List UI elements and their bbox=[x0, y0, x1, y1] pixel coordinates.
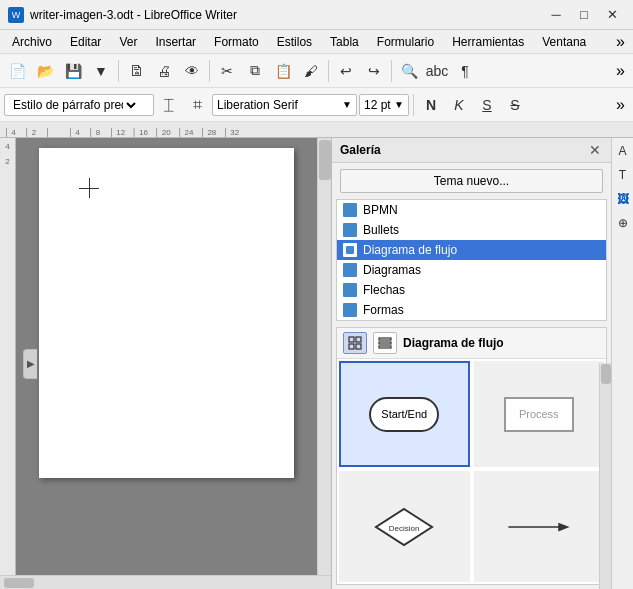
formatting-marks-button[interactable]: ¶ bbox=[452, 58, 478, 84]
menu-editar[interactable]: Editar bbox=[62, 33, 109, 51]
gallery-item-bpmn[interactable]: BPMN bbox=[337, 200, 606, 220]
diagrams-icon bbox=[343, 263, 357, 277]
menu-estilos[interactable]: Estilos bbox=[269, 33, 320, 51]
content-row: 42 ▶ bbox=[0, 138, 633, 589]
gallery-title: Galería bbox=[340, 143, 381, 157]
sidebar-btn-1[interactable]: A bbox=[613, 140, 633, 162]
horizontal-scrollbar[interactable] bbox=[0, 575, 331, 589]
menu-herramientas[interactable]: Herramientas bbox=[444, 33, 532, 51]
gallery-scroll-thumb[interactable] bbox=[601, 364, 608, 384]
italic-button[interactable]: K bbox=[446, 92, 472, 118]
shape-process-item[interactable]: Process bbox=[474, 361, 605, 467]
document-content[interactable] bbox=[16, 138, 317, 575]
underline-button[interactable]: S bbox=[474, 92, 500, 118]
sidebar-btn-3[interactable]: 🖼 bbox=[613, 188, 633, 210]
bold-button[interactable]: N bbox=[418, 92, 444, 118]
gallery-content-title: Diagrama de flujo bbox=[403, 336, 504, 350]
decision-shape: Decision bbox=[374, 507, 434, 547]
scroll-thumb[interactable] bbox=[319, 140, 331, 180]
font-name-input[interactable]: Liberation Serif bbox=[217, 98, 342, 112]
find-button[interactable]: 🔍 bbox=[396, 58, 422, 84]
menu-ver[interactable]: Ver bbox=[111, 33, 145, 51]
h-scroll-thumb[interactable] bbox=[4, 578, 34, 588]
new-theme-button[interactable]: Tema nuevo... bbox=[340, 169, 603, 193]
svg-rect-12 bbox=[379, 346, 391, 348]
bullets-icon bbox=[343, 223, 357, 237]
style-icon-2[interactable]: ⌗ bbox=[184, 92, 210, 118]
gallery-item-flowdiagram[interactable]: Diagrama de flujo bbox=[337, 240, 606, 260]
gallery-item-diagrams[interactable]: Diagramas bbox=[337, 260, 606, 280]
font-size-arrow-icon: ▼ bbox=[394, 99, 404, 110]
gallery-vertical-scrollbar[interactable] bbox=[599, 363, 607, 585]
window-title: writer-imagen-3.odt - LibreOffice Writer bbox=[30, 8, 237, 22]
style-icon-1[interactable]: ⌶ bbox=[156, 92, 182, 118]
shape-startend-item[interactable]: Start/End bbox=[339, 361, 470, 467]
maximize-button[interactable]: □ bbox=[571, 5, 597, 25]
menu-archivo[interactable]: Archivo bbox=[4, 33, 60, 51]
sidebar-btn-2[interactable]: T bbox=[613, 164, 633, 186]
paste-button[interactable]: 📋 bbox=[270, 58, 296, 84]
menu-bar: Archivo Editar Ver Insertar Formato Esti… bbox=[0, 30, 633, 54]
format-painter-button[interactable]: 🖌 bbox=[298, 58, 324, 84]
formatting-expand-icon[interactable]: » bbox=[612, 96, 629, 114]
font-name-dropdown[interactable]: Liberation Serif ▼ bbox=[212, 94, 357, 116]
gallery-panel: Galería ✕ Tema nuevo... BPMN Bullets bbox=[331, 138, 611, 589]
copy-button[interactable]: ⧉ bbox=[242, 58, 268, 84]
window-controls: ─ □ ✕ bbox=[543, 5, 625, 25]
save-button[interactable]: 💾 bbox=[60, 58, 86, 84]
gallery-collapse-button[interactable]: ▶ bbox=[23, 349, 37, 379]
svg-rect-9 bbox=[356, 344, 361, 349]
main-wrapper: │ 4 │ 2 │ │ 4 │ 8 │ 12 │ 16 │ 20 │ 24 │ … bbox=[0, 122, 633, 589]
font-name-arrow-icon: ▼ bbox=[342, 99, 352, 110]
print-preview-button[interactable]: 👁 bbox=[179, 58, 205, 84]
horizontal-ruler: │ 4 │ 2 │ │ 4 │ 8 │ 12 │ 16 │ 20 │ 24 │ … bbox=[0, 122, 633, 138]
open-button[interactable]: 📂 bbox=[32, 58, 58, 84]
print-button[interactable]: 🖨 bbox=[151, 58, 177, 84]
menu-tabla[interactable]: Tabla bbox=[322, 33, 367, 51]
menu-ventana[interactable]: Ventana bbox=[534, 33, 594, 51]
export-pdf-button[interactable]: 🖺 bbox=[123, 58, 149, 84]
right-side-toolbar: A T 🖼 ⊕ bbox=[611, 138, 633, 589]
vertical-scrollbar[interactable] bbox=[317, 138, 331, 575]
gallery-item-arrows[interactable]: Flechas bbox=[337, 280, 606, 300]
list-view-button[interactable] bbox=[373, 332, 397, 354]
arrows-label: Flechas bbox=[363, 283, 405, 297]
shape-arrow-item[interactable] bbox=[474, 471, 605, 582]
svg-rect-5 bbox=[346, 306, 354, 314]
svg-marker-16 bbox=[558, 522, 569, 531]
gallery-item-shapes[interactable]: Formas bbox=[337, 300, 606, 320]
cut-button[interactable]: ✂ bbox=[214, 58, 240, 84]
gallery-item-bullets[interactable]: Bullets bbox=[337, 220, 606, 240]
menu-formulario[interactable]: Formulario bbox=[369, 33, 442, 51]
arrows-icon bbox=[343, 283, 357, 297]
redo-button[interactable]: ↪ bbox=[361, 58, 387, 84]
app-icon: W bbox=[8, 7, 24, 23]
paragraph-style-dropdown[interactable]: Estilo de párrafo predet. bbox=[4, 94, 154, 116]
menu-insertar[interactable]: Insertar bbox=[147, 33, 204, 51]
close-button[interactable]: ✕ bbox=[599, 5, 625, 25]
expand-menu-icon[interactable]: » bbox=[612, 33, 629, 51]
paragraph-style-select[interactable]: Estilo de párrafo predet. bbox=[9, 97, 139, 113]
svg-rect-0 bbox=[346, 206, 354, 214]
menu-formato[interactable]: Formato bbox=[206, 33, 267, 51]
gallery-close-button[interactable]: ✕ bbox=[587, 142, 603, 158]
font-size-dropdown[interactable]: ▼ bbox=[359, 94, 409, 116]
toolbar-expand-icon[interactable]: » bbox=[612, 62, 629, 80]
separator-1 bbox=[118, 60, 119, 82]
strikethrough-button[interactable]: S bbox=[502, 92, 528, 118]
font-size-input[interactable] bbox=[364, 98, 394, 112]
minimize-button[interactable]: ─ bbox=[543, 5, 569, 25]
separator-2 bbox=[209, 60, 210, 82]
shape-decision-item[interactable]: Decision bbox=[339, 471, 470, 582]
sidebar-btn-4[interactable]: ⊕ bbox=[613, 212, 633, 234]
svg-rect-11 bbox=[379, 342, 391, 344]
save-as-button[interactable]: ▼ bbox=[88, 58, 114, 84]
spellcheck-button[interactable]: abc bbox=[424, 58, 450, 84]
new-button[interactable]: 📄 bbox=[4, 58, 30, 84]
gallery-content: Diagrama de flujo Start/End Process bbox=[336, 327, 607, 585]
document-area: 42 ▶ bbox=[0, 138, 331, 589]
grid-view-button[interactable] bbox=[343, 332, 367, 354]
svg-rect-8 bbox=[349, 344, 354, 349]
undo-button[interactable]: ↩ bbox=[333, 58, 359, 84]
shapes-label: Formas bbox=[363, 303, 404, 317]
